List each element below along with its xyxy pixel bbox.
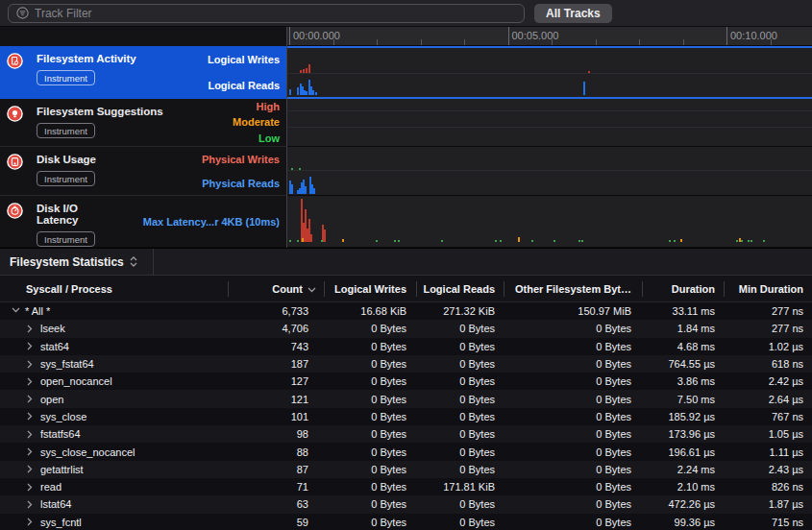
track-area: Filesystem Activity Instrument Logical W… — [0, 27, 812, 248]
min-duration-cell: 1.02 µs — [724, 341, 812, 352]
graph-lane-physical-reads[interactable] — [287, 170, 812, 194]
logical-reads-cell: 0 Bytes — [416, 446, 504, 458]
graph-lane-logical-writes[interactable] — [287, 48, 812, 73]
table-row[interactable]: getattrlist 87 0 Bytes 0 Bytes 0 Bytes 2… — [0, 461, 812, 478]
min-duration-cell: 2.64 µs — [724, 394, 812, 405]
chart-bar — [308, 64, 310, 73]
track-filter-field[interactable] — [8, 4, 525, 23]
graph-lane-max-latency[interactable] — [287, 196, 812, 247]
chart-bar — [394, 240, 396, 242]
other-filesystem-bytes-cell: 0 Bytes — [504, 517, 642, 528]
graph-disk-io-latency[interactable] — [287, 196, 812, 248]
track-header-filesystem-activity[interactable]: Filesystem Activity Instrument Logical W… — [0, 46, 286, 99]
all-tracks-button[interactable]: All Tracks — [534, 4, 612, 23]
disclosure-chevron-icon[interactable] — [12, 307, 20, 316]
disclosure-chevron-icon[interactable] — [27, 342, 36, 350]
column-header-logical-reads[interactable]: Logical Reads — [416, 283, 504, 295]
column-header-syscall-process[interactable]: Syscall / Process — [0, 283, 228, 295]
disclosure-chevron-icon[interactable] — [27, 500, 36, 509]
column-header-count[interactable]: Count — [228, 283, 324, 295]
min-duration-cell: 826 ns — [724, 481, 812, 493]
logical-writes-cell: 0 Bytes — [324, 498, 416, 510]
statistics-table-body: * All * 6,733 16.68 KiB 271.32 KiB 150.9… — [0, 302, 812, 530]
chart-bar — [669, 240, 671, 242]
chart-bar — [305, 186, 307, 194]
column-header-duration[interactable]: Duration — [642, 283, 724, 295]
graph-filesystem-suggestions[interactable] — [287, 99, 812, 147]
graph-lane-moderate[interactable] — [287, 110, 812, 127]
duration-cell: 99.36 µs — [642, 517, 724, 528]
chart-bar — [583, 82, 585, 95]
lane-label-low: Low — [181, 131, 280, 146]
syscall-name: sys_fstat64 — [40, 358, 94, 370]
other-filesystem-bytes-cell: 0 Bytes — [504, 481, 642, 493]
track-header-disk-io-latency[interactable]: Disk I/O Latency Instrument Max Latency.… — [0, 196, 286, 248]
other-filesystem-bytes-cell: 0 Bytes — [504, 394, 642, 405]
graph-lane-high[interactable] — [287, 99, 812, 110]
graph-disk-usage[interactable] — [287, 147, 812, 196]
other-filesystem-bytes-cell: 0 Bytes — [504, 358, 642, 370]
column-divider — [724, 281, 725, 297]
table-row[interactable]: open 121 0 Bytes 0 Bytes 0 Bytes 7.50 ms… — [0, 390, 812, 407]
timeline-panel[interactable]: 00:00.00000:05.00000:10.000 — [286, 27, 812, 248]
column-header-min-duration[interactable]: Min Duration — [724, 283, 812, 295]
syscall-name: sys_fcntl — [40, 517, 82, 528]
disclosure-chevron-icon[interactable] — [27, 412, 36, 421]
logical-reads-cell: 0 Bytes — [416, 341, 504, 352]
table-row[interactable]: stat64 743 0 Bytes 0 Bytes 0 Bytes 4.68 … — [0, 338, 812, 355]
logical-writes-cell: 0 Bytes — [324, 481, 416, 493]
disclosure-chevron-icon[interactable] — [27, 325, 36, 333]
logical-writes-cell: 0 Bytes — [324, 411, 416, 422]
column-header-other-filesystem-bytes[interactable]: Other Filesystem Byt… — [504, 283, 642, 295]
table-row[interactable]: sys_close_nocancel 88 0 Bytes 0 Bytes 0 … — [0, 443, 812, 460]
table-row[interactable]: sys_fstat64 187 0 Bytes 0 Bytes 0 Bytes … — [0, 355, 812, 373]
count-cell: 63 — [228, 498, 324, 510]
table-row[interactable]: open_nocancel 127 0 Bytes 0 Bytes 0 Byte… — [0, 373, 812, 390]
table-row[interactable]: fstatfs64 98 0 Bytes 0 Bytes 0 Bytes 173… — [0, 425, 812, 443]
disclosure-chevron-icon[interactable] — [27, 430, 36, 439]
track-header-filesystem-suggestions[interactable]: Filesystem Suggestions Instrument High M… — [0, 99, 286, 147]
table-row[interactable]: lseek 4,706 0 Bytes 0 Bytes 0 Bytes 1.84… — [0, 320, 812, 337]
chart-bar — [495, 240, 497, 242]
disclosure-chevron-icon[interactable] — [27, 377, 36, 386]
count-cell: 101 — [228, 411, 324, 422]
disclosure-chevron-icon[interactable] — [27, 518, 36, 526]
duration-cell: 2.24 ms — [642, 464, 724, 475]
sort-chevron-down-icon — [308, 283, 316, 295]
ruler-minor-tick — [421, 39, 422, 45]
graph-lane-physical-writes[interactable] — [287, 147, 812, 170]
time-ruler[interactable]: 00:00.00000:05.00000:10.000 — [287, 27, 812, 46]
logical-reads-cell: 271.32 KiB — [416, 305, 504, 317]
disclosure-chevron-icon[interactable] — [27, 360, 36, 369]
graph-filesystem-activity[interactable] — [287, 46, 812, 99]
track-header-disk-usage[interactable]: Disk Usage Instrument Physical Writes Ph… — [0, 147, 286, 196]
lane-label-max-latency: Max Latency...r 4KB (10ms) — [118, 196, 280, 247]
column-header-logical-writes[interactable]: Logical Writes — [324, 283, 416, 295]
track-title: Disk Usage — [37, 154, 181, 165]
disclosure-chevron-icon[interactable] — [27, 395, 36, 403]
disclosure-chevron-icon[interactable] — [27, 447, 36, 456]
count-cell: 88 — [228, 446, 324, 458]
ruler-minor-tick — [639, 39, 640, 45]
logical-reads-cell: 0 Bytes — [416, 323, 504, 334]
table-row[interactable]: sys_fcntl 59 0 Bytes 0 Bytes 0 Bytes 99.… — [0, 514, 812, 530]
disclosure-chevron-icon[interactable] — [27, 483, 36, 492]
statistics-view-picker[interactable]: Filesystem Statistics — [0, 249, 147, 276]
lane-label-moderate: Moderate — [181, 114, 280, 130]
logical-writes-cell: 0 Bytes — [324, 394, 416, 405]
chart-bar — [342, 239, 344, 242]
chart-bar — [310, 234, 312, 242]
graph-lane-low[interactable] — [287, 127, 812, 145]
min-duration-cell: 1.05 µs — [724, 428, 812, 440]
table-row[interactable]: sys_close 101 0 Bytes 0 Bytes 0 Bytes 18… — [0, 408, 812, 425]
table-row[interactable]: lstat64 63 0 Bytes 0 Bytes 0 Bytes 472.2… — [0, 495, 812, 513]
chart-bar — [554, 240, 555, 242]
table-row[interactable]: read 71 0 Bytes 171.81 KiB 0 Bytes 2.10 … — [0, 478, 812, 495]
track-filter-input[interactable] — [35, 7, 516, 20]
duration-cell: 764.55 µs — [642, 358, 724, 370]
duration-cell: 33.11 ms — [642, 305, 724, 317]
disclosure-chevron-icon[interactable] — [27, 465, 36, 473]
table-row[interactable]: * All * 6,733 16.68 KiB 271.32 KiB 150.9… — [0, 302, 812, 320]
track-title: Disk I/O Latency — [37, 203, 118, 226]
graph-lane-logical-reads[interactable] — [287, 73, 812, 96]
